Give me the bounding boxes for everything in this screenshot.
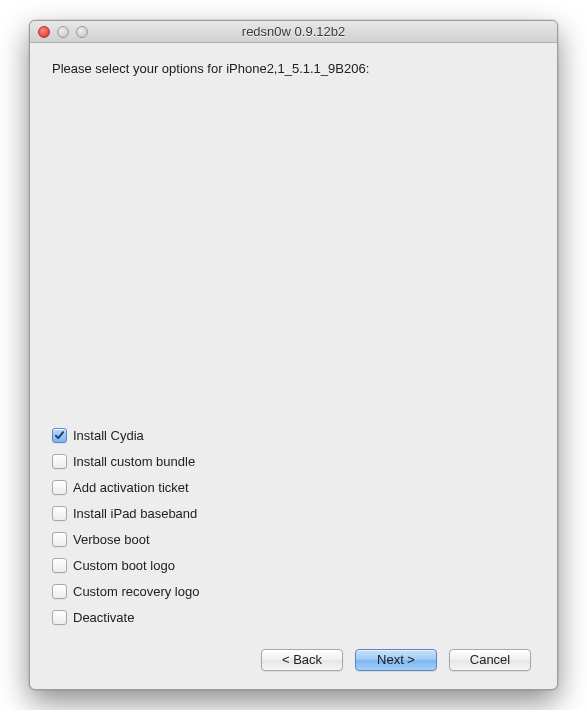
option-label: Install Cydia (73, 428, 144, 443)
checkbox-icon[interactable] (52, 610, 67, 625)
app-window: redsn0w 0.9.12b2 Please select your opti… (29, 20, 558, 690)
checkbox-icon[interactable] (52, 584, 67, 599)
option-install-cydia[interactable]: Install Cydia (52, 428, 535, 443)
option-label: Custom recovery logo (73, 584, 199, 599)
checkbox-icon[interactable] (52, 506, 67, 521)
option-install-ipad-baseband[interactable]: Install iPad baseband (52, 506, 535, 521)
spacer (52, 86, 535, 428)
option-label: Deactivate (73, 610, 134, 625)
option-custom-recovery-logo[interactable]: Custom recovery logo (52, 584, 535, 599)
minimize-icon[interactable] (57, 26, 69, 38)
close-icon[interactable] (38, 26, 50, 38)
option-deactivate[interactable]: Deactivate (52, 610, 535, 625)
option-label: Add activation ticket (73, 480, 189, 495)
option-label: Verbose boot (73, 532, 150, 547)
next-button[interactable]: Next > (355, 649, 437, 671)
option-custom-boot-logo[interactable]: Custom boot logo (52, 558, 535, 573)
option-label: Install iPad baseband (73, 506, 197, 521)
checkbox-icon[interactable] (52, 454, 67, 469)
content-area: Please select your options for iPhone2,1… (30, 43, 557, 689)
checkbox-icon[interactable] (52, 558, 67, 573)
back-button[interactable]: < Back (261, 649, 343, 671)
button-row: < Back Next > Cancel (52, 643, 535, 675)
checkbox-icon[interactable] (52, 480, 67, 495)
option-label: Install custom bundle (73, 454, 195, 469)
option-install-custom-bundle[interactable]: Install custom bundle (52, 454, 535, 469)
checkbox-icon[interactable] (52, 428, 67, 443)
cancel-button[interactable]: Cancel (449, 649, 531, 671)
checkbox-icon[interactable] (52, 532, 67, 547)
option-verbose-boot[interactable]: Verbose boot (52, 532, 535, 547)
zoom-icon[interactable] (76, 26, 88, 38)
window-controls (30, 26, 88, 38)
option-label: Custom boot logo (73, 558, 175, 573)
option-add-activation-ticket[interactable]: Add activation ticket (52, 480, 535, 495)
options-list: Install Cydia Install custom bundle Add … (52, 428, 535, 625)
instruction-text: Please select your options for iPhone2,1… (52, 61, 535, 76)
window-title: redsn0w 0.9.12b2 (30, 24, 557, 39)
titlebar[interactable]: redsn0w 0.9.12b2 (30, 21, 557, 43)
